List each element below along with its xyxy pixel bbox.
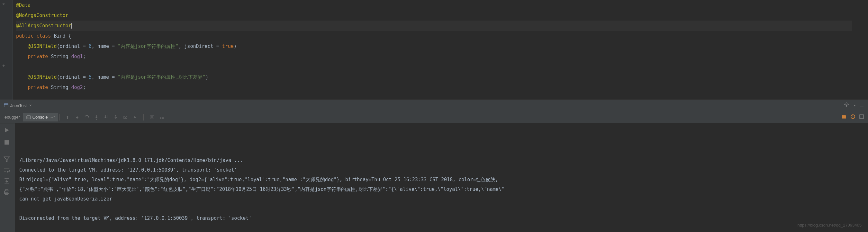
- drop-frame-icon[interactable]: [123, 115, 128, 120]
- tab-console-label: Console: [32, 115, 48, 120]
- svg-point-5: [96, 119, 97, 120]
- code-line[interactable]: private String dog1;: [16, 52, 868, 62]
- code-line[interactable]: @NoArgsConstructor: [16, 10, 868, 21]
- code-editor[interactable]: ⊖ ⊖ @Data@NoArgsConstructor@AllArgsConst…: [0, 0, 868, 100]
- print-icon[interactable]: [3, 188, 10, 195]
- overhead-icon[interactable]: [850, 114, 856, 121]
- editor-gutter: ⊖ ⊖: [0, 0, 13, 100]
- fold-icon[interactable]: ⊖: [3, 64, 4, 67]
- trace-icon[interactable]: [159, 115, 164, 120]
- evaluate-icon[interactable]: [150, 115, 155, 120]
- svg-rect-1: [4, 104, 8, 105]
- debug-toolbar: ebugger Console →*: [0, 111, 868, 123]
- up-stack-icon[interactable]: [65, 115, 70, 120]
- wrap-icon[interactable]: [3, 166, 10, 173]
- svg-rect-14: [5, 190, 8, 191]
- memory-icon[interactable]: [841, 114, 847, 121]
- console-line: can not get javaBeanDeserializer: [19, 194, 868, 204]
- console-line: Bird(dog1={"alive":true,"loyal":true,"na…: [19, 175, 868, 185]
- tab-console[interactable]: Console →*: [23, 113, 58, 122]
- code-line[interactable]: @JSONField(ordinal = 6, name = "内容是json字…: [16, 41, 868, 52]
- minimize-icon[interactable]: [860, 102, 864, 108]
- code-line[interactable]: public class Bird {: [16, 31, 868, 41]
- svg-point-2: [846, 104, 847, 105]
- scroll-end-icon[interactable]: [3, 177, 10, 185]
- run-tab-icon: [4, 103, 8, 108]
- svg-rect-9: [842, 115, 846, 118]
- svg-rect-11: [860, 115, 864, 119]
- svg-rect-8: [150, 116, 154, 119]
- run-to-cursor-icon[interactable]: [132, 115, 137, 120]
- run-tab-label[interactable]: JsonTest: [10, 103, 27, 108]
- down-stack-icon[interactable]: [74, 115, 80, 120]
- svg-rect-4: [27, 116, 31, 119]
- code-line[interactable]: @Data: [16, 0, 868, 10]
- watermark: https://blog.csdn.net/qq_27093465: [798, 221, 862, 230]
- console-line: [19, 223, 868, 232]
- close-icon[interactable]: ×: [29, 103, 31, 108]
- run-tab-bar: JsonTest × ▾: [0, 100, 868, 111]
- console-line: Connected to the target VM, address: '12…: [19, 165, 868, 175]
- stop-icon[interactable]: [3, 139, 10, 146]
- gear-dropdown-icon[interactable]: ▾: [854, 103, 856, 108]
- rerun-icon[interactable]: [3, 127, 10, 134]
- code-line[interactable]: @JSONField(ordinal = 5, name = "内容是json字…: [16, 72, 868, 82]
- tab-debugger[interactable]: ebugger: [1, 115, 23, 120]
- console-line: {"名称":"典韦","年龄":18,"体型大小":"巨大无比","颜色":"红…: [19, 185, 868, 194]
- step-into-icon[interactable]: [94, 115, 99, 120]
- svg-point-6: [115, 115, 116, 116]
- filter-icon[interactable]: [3, 156, 10, 163]
- code-line[interactable]: private String dog2;: [16, 82, 868, 93]
- console-line: [19, 204, 868, 213]
- step-out-icon[interactable]: [113, 115, 118, 120]
- svg-rect-12: [4, 140, 9, 144]
- svg-rect-3: [860, 106, 864, 106]
- fold-icon[interactable]: ⊖: [3, 2, 4, 5]
- layout-icon[interactable]: [859, 114, 864, 121]
- console-output[interactable]: /Library/Java/JavaVirtualMachines/jdk1.8…: [0, 123, 868, 232]
- code-line[interactable]: @AllArgsConstructor: [16, 21, 852, 31]
- step-over-icon[interactable]: [84, 115, 89, 120]
- console-dropdown-icon[interactable]: →*: [50, 115, 55, 119]
- console-gutter: [0, 123, 16, 232]
- force-step-into-icon[interactable]: [103, 115, 108, 120]
- code-line[interactable]: [16, 62, 868, 72]
- console-line: /Library/Java/JavaVirtualMachines/jdk1.8…: [19, 156, 868, 165]
- gear-icon[interactable]: [844, 102, 849, 109]
- console-line: Disconnected from the target VM, address…: [19, 213, 868, 223]
